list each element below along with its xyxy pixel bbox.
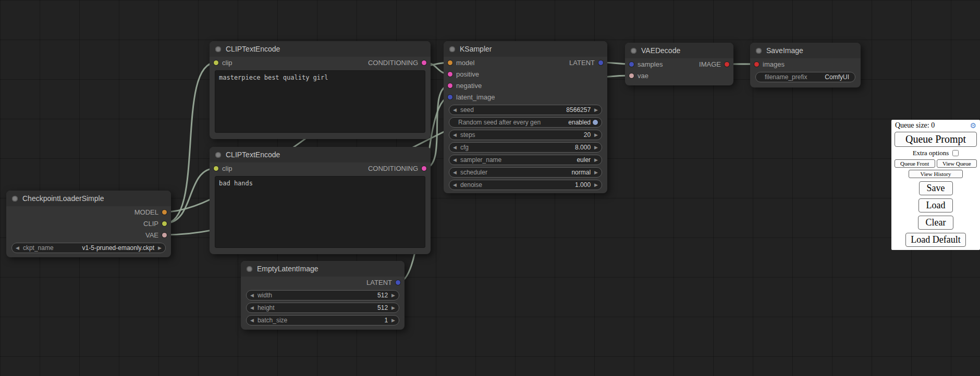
increment-arrow-icon[interactable]: ▶	[391, 318, 395, 323]
increment-arrow-icon[interactable]: ▶	[594, 170, 598, 175]
random-seed-toggle[interactable]: Random seed after every gen enabled	[449, 117, 602, 128]
negative-prompt-textarea[interactable]: bad hands	[215, 176, 425, 248]
node-vae-decode[interactable]: VAEDecode samples IMAGE vae	[625, 43, 733, 85]
increment-arrow-icon[interactable]: ▶	[594, 108, 598, 112]
extra-options-checkbox[interactable]	[952, 150, 959, 156]
latent-image-input-dot[interactable]	[448, 95, 452, 99]
clip-output-dot[interactable]	[162, 221, 167, 226]
vae-input-dot[interactable]	[629, 73, 634, 78]
denoise-widget[interactable]: ◀ denoise 1.000 ▶	[449, 180, 602, 190]
clear-button[interactable]: Clear	[918, 216, 954, 230]
node-title: KSampler	[460, 45, 492, 53]
seed-widget[interactable]: ◀ seed 8566257 ▶	[449, 105, 602, 115]
node-titlebar[interactable]: CheckpointLoaderSimple	[6, 191, 171, 206]
collapse-dot-icon[interactable]	[631, 48, 636, 54]
decrement-arrow-icon[interactable]: ◀	[250, 306, 254, 310]
toggle-dot-icon[interactable]	[593, 120, 598, 125]
decrement-arrow-icon[interactable]: ◀	[453, 158, 457, 162]
node-clip-text-encode-negative[interactable]: CLIPTextEncode clip CONDITIONING bad han…	[210, 147, 431, 254]
slot-row: samples IMAGE	[625, 58, 733, 70]
node-titlebar[interactable]: CLIPTextEncode	[210, 147, 431, 162]
steps-widget[interactable]: ◀ steps 20 ▶	[449, 130, 602, 140]
increment-arrow-icon[interactable]: ▶	[391, 293, 395, 298]
filename-prefix-widget[interactable]: filename_prefix ComfyUI	[755, 72, 855, 82]
node-titlebar[interactable]: KSampler	[444, 41, 607, 57]
node-titlebar[interactable]: VAEDecode	[625, 43, 733, 58]
load-button[interactable]: Load	[918, 198, 953, 212]
ckpt-name-widget[interactable]: ◀ ckpt_name v1-5-pruned-emaonly.ckpt ▶	[11, 243, 166, 253]
slot-row: clip CONDITIONING	[210, 162, 431, 174]
extra-options-label: Extra options	[913, 149, 949, 157]
slot-label: latent_image	[456, 93, 495, 101]
increment-arrow-icon[interactable]: ▶	[391, 306, 395, 310]
collapse-dot-icon[interactable]	[215, 46, 221, 52]
negative-input-dot[interactable]	[448, 83, 452, 88]
slot-label: clip	[222, 59, 232, 67]
decrement-arrow-icon[interactable]: ◀	[250, 293, 254, 298]
settings-gear-icon[interactable]: ⚙	[970, 121, 976, 130]
slot-label: CONDITIONING	[368, 165, 418, 172]
collapse-dot-icon[interactable]	[449, 46, 455, 52]
increment-arrow-icon[interactable]: ▶	[594, 183, 598, 187]
view-history-button[interactable]: View History	[909, 170, 963, 178]
view-queue-button[interactable]: View Queue	[937, 159, 977, 168]
clip-input-dot[interactable]	[214, 166, 218, 171]
node-clip-text-encode-positive[interactable]: CLIPTextEncode clip CONDITIONING masterp…	[210, 41, 431, 139]
collapse-dot-icon[interactable]	[247, 266, 252, 272]
node-titlebar[interactable]: EmptyLatentImage	[241, 261, 405, 277]
latent-output-dot[interactable]	[396, 280, 400, 285]
slot-label: vae	[638, 72, 648, 80]
model-output-dot[interactable]	[162, 210, 167, 215]
scheduler-widget[interactable]: ◀ scheduler normal ▶	[449, 167, 602, 178]
slot-label: model	[456, 59, 474, 67]
decrement-arrow-icon[interactable]: ◀	[453, 145, 457, 150]
batch-size-widget[interactable]: ◀ batch_size 1 ▶	[246, 315, 399, 325]
node-save-image[interactable]: SaveImage images filename_prefix ComfyUI	[750, 43, 861, 87]
node-ksampler[interactable]: KSampler model LATENT positive negative …	[444, 41, 607, 193]
load-default-button[interactable]: Load Default	[905, 233, 965, 247]
model-input-dot[interactable]	[448, 60, 452, 65]
slot-label: MODEL	[134, 208, 158, 216]
decrement-arrow-icon[interactable]: ◀	[453, 170, 457, 175]
decrement-arrow-icon[interactable]: ◀	[16, 246, 19, 250]
node-title: SaveImage	[766, 46, 803, 55]
cfg-widget[interactable]: ◀ cfg 8.000 ▶	[449, 142, 602, 153]
queue-front-button[interactable]: Queue Front	[895, 159, 935, 168]
slot-label: clip	[222, 165, 232, 172]
decrement-arrow-icon[interactable]: ◀	[453, 183, 457, 187]
decrement-arrow-icon[interactable]: ◀	[453, 133, 457, 137]
clip-input-dot[interactable]	[214, 60, 218, 65]
node-title: CLIPTextEncode	[226, 151, 280, 159]
node-checkpoint-loader[interactable]: CheckpointLoaderSimple MODEL CLIP VAE ◀ …	[6, 191, 171, 257]
conditioning-output-dot[interactable]	[422, 166, 426, 171]
latent-output-dot[interactable]	[598, 60, 603, 65]
images-input-dot[interactable]	[754, 62, 759, 67]
image-output-dot[interactable]	[725, 62, 729, 67]
output-slot-model: MODEL	[6, 206, 171, 218]
node-titlebar[interactable]: SaveImage	[750, 43, 861, 58]
positive-input-dot[interactable]	[448, 72, 452, 77]
increment-arrow-icon[interactable]: ▶	[158, 246, 162, 250]
height-widget[interactable]: ◀ height 512 ▶	[246, 303, 399, 313]
comfy-menu-panel: Queue size: 0 ⚙ Queue Prompt Extra optio…	[891, 120, 980, 250]
conditioning-output-dot[interactable]	[422, 60, 426, 65]
increment-arrow-icon[interactable]: ▶	[594, 158, 598, 162]
positive-prompt-textarea[interactable]: masterpiece best quality girl	[215, 70, 425, 133]
node-empty-latent-image[interactable]: EmptyLatentImage LATENT ◀ width 512 ▶ ◀ …	[241, 261, 405, 330]
decrement-arrow-icon[interactable]: ◀	[250, 318, 254, 323]
queue-prompt-button[interactable]: Queue Prompt	[895, 132, 977, 147]
width-widget[interactable]: ◀ width 512 ▶	[246, 290, 399, 300]
collapse-dot-icon[interactable]	[12, 196, 18, 202]
slot-label: positive	[456, 70, 479, 78]
increment-arrow-icon[interactable]: ▶	[594, 145, 598, 150]
node-title: CheckpointLoaderSimple	[22, 194, 104, 203]
decrement-arrow-icon[interactable]: ◀	[453, 108, 457, 112]
collapse-dot-icon[interactable]	[215, 152, 221, 158]
sampler-name-widget[interactable]: ◀ sampler_name euler ▶	[449, 155, 602, 165]
save-button[interactable]: Save	[919, 181, 953, 195]
increment-arrow-icon[interactable]: ▶	[594, 133, 598, 137]
node-titlebar[interactable]: CLIPTextEncode	[210, 41, 431, 57]
collapse-dot-icon[interactable]	[756, 48, 762, 54]
samples-input-dot[interactable]	[629, 62, 634, 67]
vae-output-dot[interactable]	[162, 233, 167, 237]
